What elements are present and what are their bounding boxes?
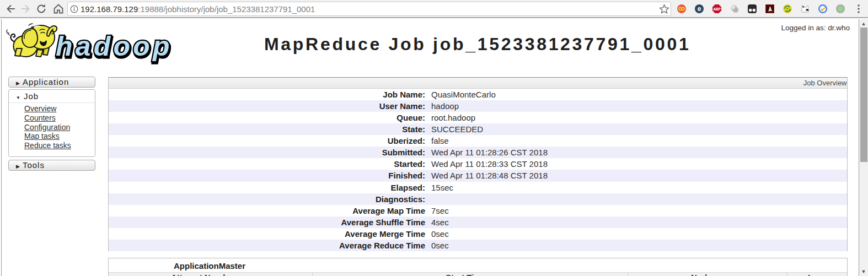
- svg-text:ABP: ABP: [713, 7, 721, 11]
- svg-text:hadoop: hadoop: [56, 31, 173, 62]
- svg-text:e: e: [698, 5, 701, 13]
